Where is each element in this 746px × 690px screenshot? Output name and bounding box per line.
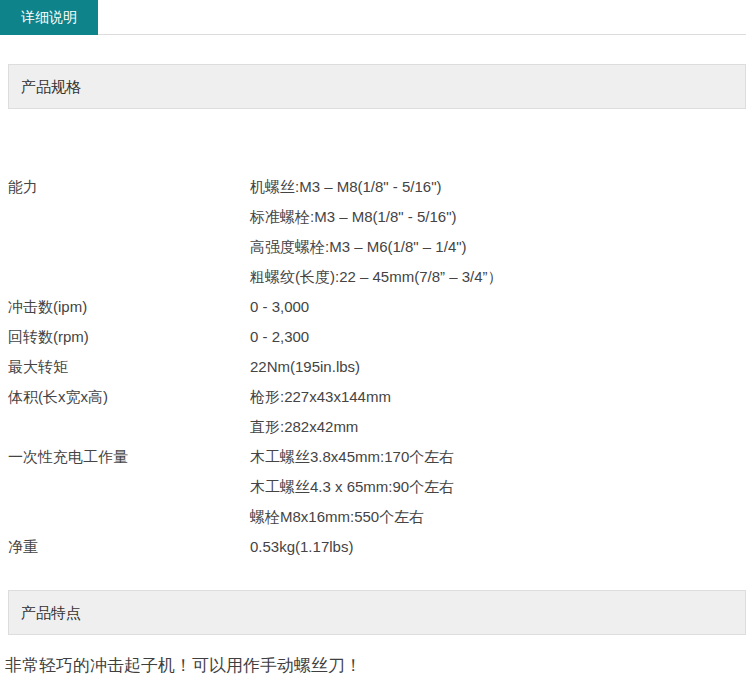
tab-detailed-description[interactable]: 详细说明: [0, 0, 98, 35]
spec-label: 净重: [0, 532, 250, 562]
section-header-product-specs: 产品规格: [8, 64, 746, 109]
spec-value: 粗螺纹(长度):22 – 45mm(7/8” – 3/4”）: [250, 262, 746, 292]
spec-value: 直形:282x42mm: [250, 412, 746, 442]
spec-value: 螺栓M8x16mm:550个左右: [250, 502, 746, 532]
table-row: 一次性充电工作量 木工螺丝3.8x45mm:170个左右: [0, 442, 746, 472]
spec-label: 回转数(rpm): [0, 322, 250, 352]
table-row: 直形:282x42mm: [0, 412, 746, 442]
spec-label: 一次性充电工作量: [0, 442, 250, 472]
table-row: 冲击数(ipm) 0 - 3,000: [0, 292, 746, 322]
spec-label: [0, 472, 250, 502]
table-row: 粗螺纹(长度):22 – 45mm(7/8” – 3/4”）: [0, 262, 746, 292]
table-row: 标准螺栓:M3 – M8(1/8" - 5/16"): [0, 202, 746, 232]
table-row: 能力 机螺丝:M3 – M8(1/8" - 5/16"): [0, 172, 746, 202]
table-row: 最大转矩 22Nm(195in.lbs): [0, 352, 746, 382]
spec-value: 机螺丝:M3 – M8(1/8" - 5/16"): [250, 172, 746, 202]
spec-value: 标准螺栓:M3 – M8(1/8" - 5/16"): [250, 202, 746, 232]
spec-label: 体积(长x宽x高): [0, 382, 250, 412]
spec-value: 高强度螺栓:M3 – M6(1/8" – 1/4"): [250, 232, 746, 262]
spec-value: 枪形:227x43x144mm: [250, 382, 746, 412]
spec-label: [0, 202, 250, 232]
spec-table: 能力 机螺丝:M3 – M8(1/8" - 5/16") 标准螺栓:M3 – M…: [0, 172, 746, 562]
table-row: 体积(长x宽x高) 枪形:227x43x144mm: [0, 382, 746, 412]
spec-label: [0, 232, 250, 262]
table-row: 高强度螺栓:M3 – M6(1/8" – 1/4"): [0, 232, 746, 262]
table-row: 螺栓M8x16mm:550个左右: [0, 502, 746, 532]
spec-label: 最大转矩: [0, 352, 250, 382]
tab-bar: 详细说明: [0, 0, 746, 35]
section-header-product-features: 产品特点: [8, 590, 746, 635]
spec-value: 0.53kg(1.17lbs): [250, 532, 746, 562]
table-row: 回转数(rpm) 0 - 2,300: [0, 322, 746, 352]
table-row: 木工螺丝4.3 x 65mm:90个左右: [0, 472, 746, 502]
spec-value: 22Nm(195in.lbs): [250, 352, 746, 382]
spec-value: 木工螺丝4.3 x 65mm:90个左右: [250, 472, 746, 502]
table-row: 净重 0.53kg(1.17lbs): [0, 532, 746, 562]
spec-value: 0 - 2,300: [250, 322, 746, 352]
spec-label: 冲击数(ipm): [0, 292, 250, 322]
spec-value: 0 - 3,000: [250, 292, 746, 322]
feature-description: 非常轻巧的冲击起子机！可以用作手动螺丝刀！: [0, 654, 746, 677]
spec-label: [0, 502, 250, 532]
spec-value: 木工螺丝3.8x45mm:170个左右: [250, 442, 746, 472]
spec-label: 能力: [0, 172, 250, 202]
spec-label: [0, 262, 250, 292]
spec-label: [0, 412, 250, 442]
